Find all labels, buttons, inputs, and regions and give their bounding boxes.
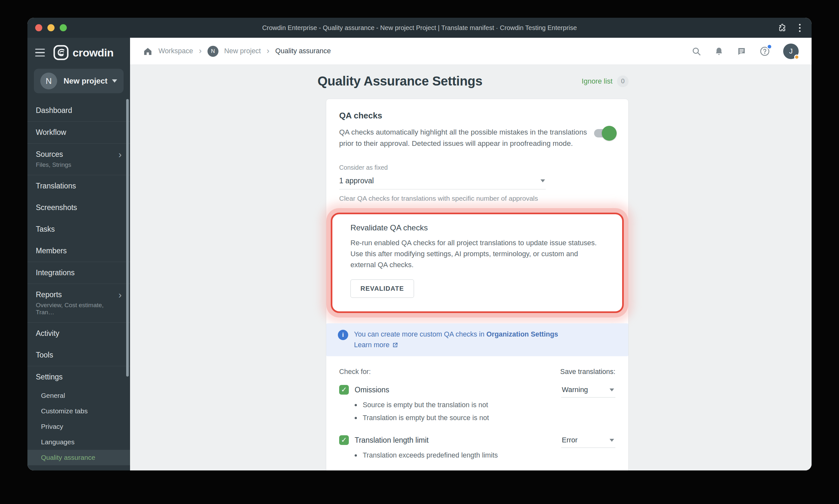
sidebar-item-translation-memories[interactable]: Translation memories (28, 465, 130, 470)
sidebar-item-label: Settings (36, 373, 63, 381)
sidebar-item-label: Activity (36, 329, 59, 338)
hamburger-menu-icon[interactable] (35, 48, 45, 58)
breadcrumb-project-badge[interactable]: N (208, 46, 218, 57)
chevron-right-icon: › (267, 48, 269, 55)
consider-as-fixed-help: Clear QA checks for translations with sp… (339, 195, 615, 202)
sidebar: crowdin N New project DashboardWorkflowS… (28, 38, 130, 470)
sidebar-item-reports[interactable]: Reports›Overview, Cost estimate, Tran… (28, 284, 130, 322)
learn-more-label: Learn more (354, 340, 390, 350)
chevron-right-icon: › (119, 151, 122, 158)
qa-checks-heading: QA checks (339, 111, 615, 121)
notifications-bell-icon[interactable] (714, 47, 724, 56)
sidebar-item-tools[interactable]: Tools (28, 344, 130, 366)
breadcrumb-current: Quality assurance (275, 47, 331, 55)
qa-checks-description: QA checks automatically highlight all th… (339, 126, 594, 149)
crowdin-wordmark: crowdin (73, 47, 113, 59)
user-avatar-initial: J (789, 47, 793, 55)
qa-checks-toggle[interactable] (594, 129, 615, 138)
sidebar-item-workflow[interactable]: Workflow (28, 122, 130, 143)
consider-as-fixed-select[interactable]: 1 approval (339, 173, 546, 190)
revalidate-button[interactable]: REVALIDATE (351, 280, 414, 298)
check-row-omissions: ✓OmissionsSource is empty but the transl… (339, 385, 615, 426)
check-label: Translation length limit (355, 436, 429, 445)
bullet-text: Source is empty but the translation is n… (363, 398, 488, 411)
main-content: Quality Assurance Settings Ignore list 0… (130, 65, 811, 470)
breadcrumb-workspace[interactable]: Workspace (158, 47, 193, 55)
info-banner: i You can create more custom QA checks i… (326, 323, 628, 356)
consider-as-fixed-value: 1 approval (339, 177, 374, 185)
breadcrumb-project[interactable]: New project (224, 47, 261, 55)
top-header: Workspace › N New project › Quality assu… (130, 38, 811, 65)
sidebar-item-translations[interactable]: Translations (28, 175, 130, 197)
severity-select-omissions[interactable]: Warning (561, 384, 615, 397)
sidebar-item-label: Reports (36, 290, 62, 299)
help-icon[interactable] (759, 46, 770, 57)
check-for-label: Check for: (339, 368, 371, 376)
ignore-list-count-badge: 0 (617, 75, 629, 87)
breadcrumb: Workspace › N New project › Quality assu… (143, 46, 331, 57)
banner-org-settings-link[interactable]: Organization Settings (486, 330, 558, 338)
sidebar-item-label: Members (36, 247, 67, 255)
chevron-down-icon (610, 439, 614, 442)
toggle-knob (602, 126, 617, 141)
learn-more-link[interactable]: Learn more (354, 340, 558, 350)
user-avatar[interactable]: J (783, 43, 799, 59)
ignore-list-link[interactable]: Ignore list (582, 77, 612, 86)
sidebar-item-members[interactable]: Members (28, 240, 130, 262)
browser-window: Crowdin Enterprise - Quality assurance -… (28, 18, 811, 470)
sidebar-scrollbar[interactable] (126, 99, 129, 377)
crowdin-logo-icon (53, 45, 69, 60)
page-title: Quality Assurance Settings (318, 74, 482, 88)
user-status-dot (794, 55, 799, 60)
sidebar-item-dashboard[interactable]: Dashboard (28, 100, 130, 121)
messages-icon[interactable] (737, 47, 746, 56)
save-translations-label: Save translations: (560, 368, 615, 376)
sidebar-item-customize-tabs[interactable]: Customize tabs (28, 403, 130, 419)
extensions-icon[interactable] (778, 23, 787, 32)
sidebar-item-quality-assurance[interactable]: Quality assurance (28, 450, 130, 465)
sidebar-item-screenshots[interactable]: Screenshots (28, 197, 130, 218)
check-list: ✓OmissionsSource is empty but the transl… (339, 385, 615, 470)
sidebar-item-tasks[interactable]: Tasks (28, 218, 130, 240)
sidebar-item-settings[interactable]: Settings (28, 366, 130, 388)
qa-settings-card: QA checks QA checks automatically highli… (326, 99, 629, 470)
revalidate-section-highlighted: Revalidate QA checks Re-run enabled QA c… (331, 213, 624, 313)
sidebar-item-integrations[interactable]: Integrations (28, 262, 130, 284)
sidebar-item-general[interactable]: General (28, 388, 130, 403)
external-link-icon (392, 342, 398, 348)
project-avatar: N (40, 73, 57, 89)
home-icon[interactable] (143, 47, 153, 56)
revalidate-description: Re-run enabled QA checks for all project… (351, 237, 604, 270)
check-label: Omissions (355, 385, 389, 394)
browser-tab-title: Crowdin Enterprise - Quality assurance -… (28, 24, 811, 32)
banner-text: You can create more custom QA checks in (354, 330, 486, 338)
bullet-dot (355, 454, 357, 456)
sidebar-nav: DashboardWorkflowSources›Files, StringsT… (28, 100, 130, 470)
chevron-down-icon (112, 79, 117, 83)
checkbox-translation-length-limit[interactable]: ✓ (339, 435, 349, 445)
help-notification-dot (767, 44, 772, 49)
crowdin-logo[interactable]: crowdin (53, 45, 113, 60)
check-row-translation-length-limit: ✓Translation length limitTranslation exc… (339, 435, 615, 464)
chevron-right-icon: › (119, 292, 122, 298)
sidebar-item-languages[interactable]: Languages (28, 434, 130, 450)
sidebar-item-label: Integrations (36, 268, 74, 277)
severity-select-translation-length-limit[interactable]: Error (561, 434, 615, 448)
sidebar-item-label: Dashboard (36, 106, 72, 115)
sidebar-item-subtitle: Overview, Cost estimate, Tran… (36, 302, 122, 316)
check-bullet: Translation is empty but the source is n… (355, 411, 561, 424)
bullet-text: Translation is empty but the source is n… (363, 411, 489, 424)
sidebar-item-label: Tools (36, 351, 53, 359)
checkbox-omissions[interactable]: ✓ (339, 385, 349, 395)
project-switcher[interactable]: N New project (34, 69, 124, 93)
search-icon[interactable] (692, 47, 701, 56)
sidebar-item-sources[interactable]: Sources›Files, Strings (28, 144, 130, 175)
sidebar-item-label: Workflow (36, 128, 66, 137)
info-icon: i (338, 330, 348, 340)
check-bullet: Translation exceeds predefined length li… (355, 449, 561, 462)
sidebar-item-label: Translations (36, 182, 76, 191)
sidebar-item-activity[interactable]: Activity (28, 323, 130, 344)
browser-menu-icon[interactable] (798, 23, 802, 33)
sidebar-item-privacy[interactable]: Privacy (28, 419, 130, 434)
bullet-dot (355, 404, 357, 406)
